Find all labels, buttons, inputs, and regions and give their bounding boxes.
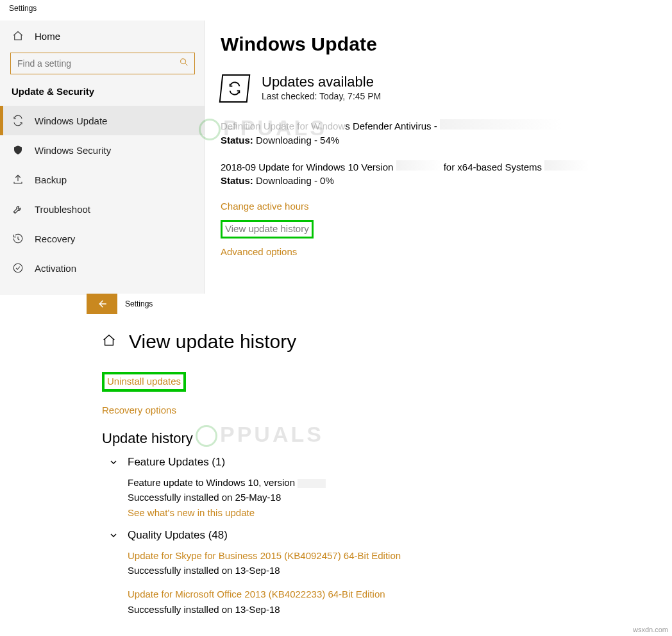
- svg-point-0: [181, 59, 186, 64]
- check-circle-icon: [12, 262, 24, 274]
- titlebar-bottom: Settings: [87, 294, 664, 314]
- update1-name-rest: s Defender Antivirus -: [345, 121, 437, 131]
- redacted-text: [440, 119, 562, 130]
- update-history-heading: Update history: [102, 430, 648, 447]
- update-item-2: 2018-09 Update for Windows 10 Version fo…: [221, 160, 657, 188]
- update-link[interactable]: Update for Microsoft Office 2013 (KB4022…: [128, 589, 385, 599]
- wrench-icon: [12, 203, 24, 215]
- nav-recovery[interactable]: Recovery: [0, 224, 205, 253]
- history-icon: [12, 232, 24, 245]
- nav-activation[interactable]: Activation: [0, 253, 205, 283]
- settings-window-bottom: Settings View update history Uninstall u…: [87, 294, 664, 619]
- highlight-box: Uninstall updates: [102, 372, 186, 392]
- credit-text: wsxdn.com: [633, 626, 668, 633]
- highlight-box: View update history: [221, 220, 314, 238]
- nav-windows-security[interactable]: Windows Security: [0, 135, 205, 165]
- window-title: Settings: [9, 4, 37, 13]
- sync-icon: [12, 114, 24, 127]
- link-recovery-options[interactable]: Recovery options: [102, 405, 176, 415]
- nav-label: Activation: [35, 263, 76, 274]
- status-value: Downloading - 0%: [253, 175, 334, 186]
- nav-windows-update[interactable]: Windows Update: [0, 106, 205, 135]
- nav-label: Windows Update: [35, 115, 107, 126]
- feature-updates-toggle[interactable]: Feature Updates (1): [108, 456, 648, 469]
- sidebar-section-header: Update & Security: [0, 86, 205, 106]
- view-history-body: View update history Uninstall updates Re…: [87, 314, 664, 617]
- home-nav[interactable]: Home: [0, 21, 205, 49]
- updates-available-title: Updates available: [262, 74, 381, 90]
- quality-updates-toggle[interactable]: Quality Updates (48): [108, 529, 648, 542]
- settings-window-top: Settings Home Update & Security Windows …: [0, 0, 672, 295]
- home-icon: [12, 29, 24, 42]
- page-title: View update history: [129, 331, 296, 353]
- search-input[interactable]: [17, 58, 165, 69]
- update2-name-b: for x64-based Systems: [444, 162, 545, 172]
- link-whats-new[interactable]: See what's new in this update: [128, 507, 255, 518]
- feature-update-entry: Feature update to Windows 10, version Su…: [128, 475, 648, 520]
- update-status-icon: [219, 74, 251, 103]
- quality-updates-label: Quality Updates (48): [128, 529, 228, 542]
- search-icon: [179, 57, 189, 70]
- backup-icon: [12, 173, 24, 186]
- settings-sidebar: Home Update & Security Windows Update Wi…: [0, 21, 205, 295]
- svg-point-1: [13, 264, 22, 272]
- titlebar: Settings: [0, 0, 672, 21]
- redacted-text: [544, 160, 589, 171]
- nav-label: Recovery: [35, 233, 75, 244]
- home-label: Home: [35, 31, 60, 42]
- last-checked-text: Last checked: Today, 7:45 PM: [262, 91, 381, 101]
- shield-icon: [12, 144, 24, 156]
- chevron-down-icon: [108, 530, 119, 540]
- redacted-text: [298, 479, 326, 488]
- search-box[interactable]: [10, 53, 195, 74]
- page-header-row: View update history: [102, 331, 648, 353]
- link-advanced-options[interactable]: Advanced options: [221, 246, 297, 257]
- nav-label: Backup: [35, 174, 67, 185]
- nav-label: Troubleshoot: [35, 204, 90, 215]
- main-content: Windows Update Updates available Last ch…: [205, 21, 672, 262]
- nav-label: Windows Security: [35, 145, 111, 156]
- update-link[interactable]: Update for Skype for Business 2015 (KB40…: [128, 550, 401, 561]
- link-view-update-history[interactable]: View update history: [225, 223, 309, 234]
- nav-troubleshoot[interactable]: Troubleshoot: [0, 194, 205, 224]
- nav-backup[interactable]: Backup: [0, 165, 205, 194]
- back-button[interactable]: [87, 294, 117, 314]
- quality-update-entry: Update for Microsoft Office 2013 (KB4022…: [128, 587, 648, 617]
- status-label: Status:: [221, 175, 253, 186]
- link-change-active-hours[interactable]: Change active hours: [221, 201, 309, 212]
- page-title: Windows Update: [221, 33, 657, 55]
- update2-name-a: 2018-09 Update for Windows 10 Version: [221, 162, 393, 172]
- watermark: PPUALS: [199, 115, 327, 140]
- quality-update-entry: Update for Skype for Business 2015 (KB40…: [128, 548, 648, 578]
- home-icon[interactable]: [102, 333, 116, 350]
- link-uninstall-updates[interactable]: Uninstall updates: [107, 376, 181, 387]
- redacted-text: [396, 160, 441, 171]
- feature-updates-label: Feature Updates (1): [128, 456, 225, 469]
- update-status-row: Updates available Last checked: Today, 7…: [221, 74, 657, 103]
- watermark: PPUALS: [196, 422, 324, 447]
- window-title: Settings: [125, 299, 153, 308]
- chevron-down-icon: [108, 457, 119, 467]
- update-status-text: Updates available Last checked: Today, 7…: [262, 74, 381, 101]
